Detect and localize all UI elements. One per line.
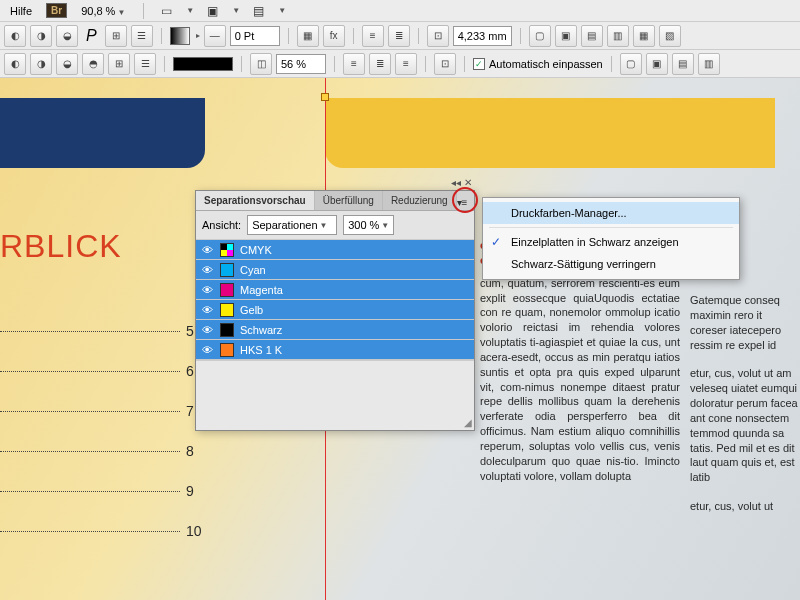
tab-flatten[interactable]: Reduzierung bbox=[383, 191, 457, 210]
align-button[interactable]: ≡ bbox=[395, 53, 417, 75]
menu-item-show-single-black[interactable]: ✓Einzelplatten in Schwarz anzeigen bbox=[483, 231, 739, 253]
ink-row-cmyk[interactable]: 👁CMYK bbox=[196, 240, 474, 260]
yellow-shape[interactable] bbox=[325, 98, 775, 168]
tool-button[interactable]: ▥ bbox=[607, 25, 629, 47]
panel-footer: ◢ bbox=[196, 360, 474, 430]
tab-trap[interactable]: Überfüllung bbox=[315, 191, 383, 210]
tool-button[interactable]: ◓ bbox=[82, 53, 104, 75]
ink-row-magenta[interactable]: 👁Magenta bbox=[196, 280, 474, 300]
tool-button[interactable]: ▣ bbox=[646, 53, 668, 75]
view-label: Ansicht: bbox=[202, 219, 241, 231]
screen-mode-icon[interactable]: ▭ bbox=[156, 3, 176, 19]
stroke-icon[interactable]: — bbox=[204, 25, 226, 47]
divider bbox=[143, 3, 144, 19]
autofit-label: Automatisch einpassen bbox=[489, 58, 603, 70]
tool-button[interactable]: ▤ bbox=[672, 53, 694, 75]
tool-button[interactable]: ▦ bbox=[633, 25, 655, 47]
tool-button[interactable]: ⊞ bbox=[105, 25, 127, 47]
swatch-icon bbox=[220, 343, 234, 357]
align-button[interactable]: ≣ bbox=[388, 25, 410, 47]
visibility-icon[interactable]: 👁 bbox=[200, 283, 214, 297]
panel-flyout-button[interactable]: ▾≡ bbox=[454, 195, 470, 209]
align-button[interactable]: ≣ bbox=[369, 53, 391, 75]
swatch-icon bbox=[220, 323, 234, 337]
zoom-level[interactable]: 90,8 %▼ bbox=[75, 5, 131, 17]
paragraph-icon[interactable]: P bbox=[82, 27, 101, 45]
visibility-icon[interactable]: 👁 bbox=[200, 343, 214, 357]
panel-flyout-menu: Druckfarben-Manager... ✓Einzelplatten in… bbox=[482, 197, 740, 280]
stroke-weight-field[interactable]: 0 Pt bbox=[230, 26, 280, 46]
selection-handle[interactable] bbox=[321, 93, 329, 101]
toolbar-2: ◐ ◑ ◒ ◓ ⊞ ☰ ◫ 56 % ≡ ≣ ≡ ⊡ ✓ Automatisch… bbox=[0, 50, 800, 78]
align-button[interactable]: ≡ bbox=[362, 25, 384, 47]
headline-text[interactable]: RBLICK bbox=[0, 228, 122, 265]
tool-button[interactable]: ⊡ bbox=[434, 53, 456, 75]
align-button[interactable]: ≡ bbox=[343, 53, 365, 75]
tool-button[interactable]: ▢ bbox=[529, 25, 551, 47]
opacity-field[interactable]: 56 % bbox=[276, 54, 326, 74]
side-column-text[interactable]: Gatemque conseq maximin rero it coreser … bbox=[690, 293, 800, 514]
tool-button[interactable]: ⊞ bbox=[108, 53, 130, 75]
frame-fit-button[interactable]: ⊡ bbox=[427, 25, 449, 47]
tool-button[interactable]: ◐ bbox=[4, 53, 26, 75]
tool-button[interactable]: ◒ bbox=[56, 53, 78, 75]
visibility-icon[interactable]: 👁 bbox=[200, 303, 214, 317]
panel-controls: Ansicht: Separationen ▼ 300 % ▼ bbox=[196, 211, 474, 240]
tool-button[interactable]: ◑ bbox=[30, 25, 52, 47]
ink-list: 👁CMYK 👁Cyan 👁Magenta 👁Gelb 👁Schwarz 👁HKS… bbox=[196, 240, 474, 360]
menubar: Hilfe Br 90,8 %▼ ▭▼ ▣▼ ▤▼ bbox=[0, 0, 800, 22]
tool-button[interactable]: ◑ bbox=[30, 53, 52, 75]
visibility-icon[interactable]: 👁 bbox=[200, 243, 214, 257]
tool-button[interactable]: ▤ bbox=[581, 25, 603, 47]
panel-grip[interactable]: ◂◂ ✕ bbox=[451, 177, 472, 188]
panel-tabs: Separationsvorschau Überfüllung Reduzier… bbox=[196, 191, 474, 211]
menu-item-desaturate-black[interactable]: Schwarz-Sättigung verringern bbox=[483, 253, 739, 275]
swatch-icon bbox=[220, 303, 234, 317]
menu-separator bbox=[489, 227, 733, 228]
menu-item-ink-manager[interactable]: Druckfarben-Manager... bbox=[483, 202, 739, 224]
tool-button[interactable]: ▥ bbox=[698, 53, 720, 75]
tool-button[interactable]: ☰ bbox=[131, 25, 153, 47]
tool-button[interactable]: ▢ bbox=[620, 53, 642, 75]
tool-button[interactable]: ◐ bbox=[4, 25, 26, 47]
effects-button[interactable]: ▦ bbox=[297, 25, 319, 47]
ink-row-black[interactable]: 👁Schwarz bbox=[196, 320, 474, 340]
check-icon: ✓ bbox=[491, 235, 501, 249]
blue-shape[interactable] bbox=[0, 98, 205, 168]
workspace-icon[interactable]: ▤ bbox=[248, 3, 268, 19]
ink-row-yellow[interactable]: 👁Gelb bbox=[196, 300, 474, 320]
resize-grip-icon[interactable]: ◢ bbox=[464, 417, 472, 428]
bridge-button[interactable]: Br bbox=[46, 3, 67, 18]
ink-row-cyan[interactable]: 👁Cyan bbox=[196, 260, 474, 280]
tool-button[interactable]: ▧ bbox=[659, 25, 681, 47]
autofit-checkbox[interactable]: ✓ bbox=[473, 58, 485, 70]
arrange-icon[interactable]: ▣ bbox=[202, 3, 222, 19]
chevron-down-icon: ▼ bbox=[320, 221, 328, 230]
view-dropdown[interactable]: Separationen ▼ bbox=[247, 215, 337, 235]
chevron-down-icon: ▼ bbox=[117, 8, 125, 17]
swatch-icon bbox=[220, 243, 234, 257]
fx-button[interactable]: fx bbox=[323, 25, 345, 47]
stroke-style[interactable] bbox=[173, 57, 233, 71]
swatch-icon bbox=[220, 283, 234, 297]
ruler-marks: 5 6 7 8 9 10 bbox=[0, 323, 202, 563]
separations-panel[interactable]: ◂◂ ✕ Separationsvorschau Überfüllung Red… bbox=[195, 190, 475, 431]
menu-help[interactable]: Hilfe bbox=[4, 3, 38, 19]
tab-separations-preview[interactable]: Separationsvorschau bbox=[196, 191, 315, 210]
gradient-swatch[interactable] bbox=[170, 27, 190, 45]
opacity-icon[interactable]: ◫ bbox=[250, 53, 272, 75]
preview-zoom-field[interactable]: 300 % ▼ bbox=[343, 215, 394, 235]
tool-button[interactable]: ◒ bbox=[56, 25, 78, 47]
tool-button[interactable]: ☰ bbox=[134, 53, 156, 75]
visibility-icon[interactable]: 👁 bbox=[200, 323, 214, 337]
visibility-icon[interactable]: 👁 bbox=[200, 263, 214, 277]
tool-button[interactable]: ▣ bbox=[555, 25, 577, 47]
toolbar-1: ◐ ◑ ◒ P ⊞ ☰ ▸ — 0 Pt ▦ fx ≡ ≣ ⊡ 4,233 mm… bbox=[0, 22, 800, 50]
width-field[interactable]: 4,233 mm bbox=[453, 26, 512, 46]
ink-row-spot[interactable]: 👁HKS 1 K bbox=[196, 340, 474, 360]
swatch-icon bbox=[220, 263, 234, 277]
